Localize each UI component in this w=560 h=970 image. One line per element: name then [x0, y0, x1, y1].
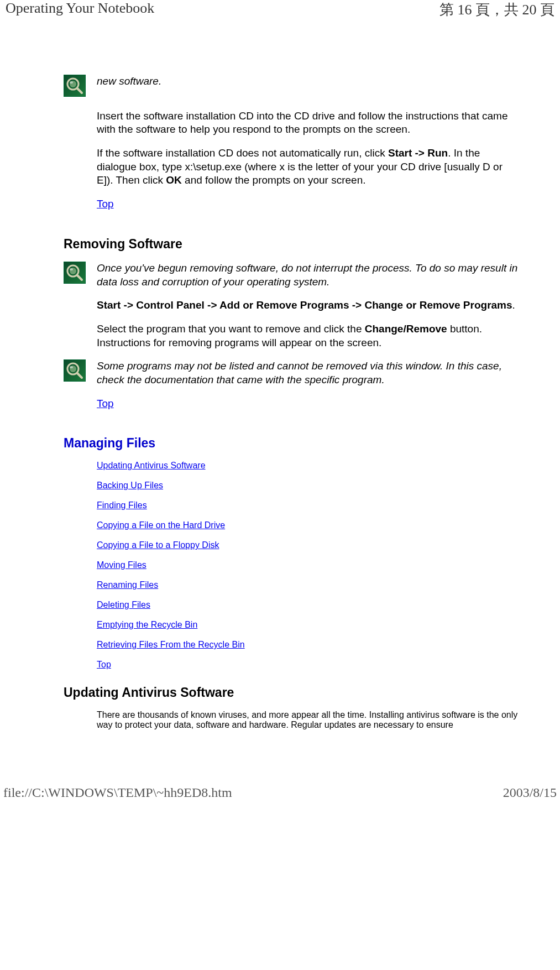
- footer-path: file://C:\WINDOWS\TEMP\~hh9ED8.htm: [3, 785, 232, 800]
- top-link[interactable]: Top: [97, 198, 114, 210]
- paragraph-change-remove: Select the program that you want to remo…: [97, 322, 519, 350]
- magnify-icon: [64, 75, 86, 97]
- paragraph-insert-cd: Insert the software installation CD into…: [97, 109, 519, 137]
- link-moving-files[interactable]: Moving Files: [97, 560, 146, 570]
- note-not-listed: Some programs may not be listed and cann…: [97, 359, 519, 387]
- magnify-icon: [64, 359, 86, 382]
- magnify-icon: [64, 262, 86, 284]
- link-updating-antivirus[interactable]: Updating Antivirus Software: [97, 461, 206, 470]
- link-deleting-files[interactable]: Deleting Files: [97, 600, 150, 609]
- heading-removing-software: Removing Software: [64, 237, 519, 252]
- link-retrieving-recycle[interactable]: Retrieving Files From the Recycle Bin: [97, 640, 245, 649]
- link-copying-hard-drive[interactable]: Copying a File on the Hard Drive: [97, 520, 225, 530]
- link-backing-up[interactable]: Backing Up Files: [97, 481, 163, 490]
- link-copying-floppy[interactable]: Copying a File to a Floppy Disk: [97, 540, 219, 550]
- link-emptying-recycle[interactable]: Emptying the Recycle Bin: [97, 620, 197, 629]
- link-finding-files[interactable]: Finding Files: [97, 500, 147, 510]
- paragraph-antivirus: There are thousands of known viruses, an…: [97, 710, 519, 730]
- page-indicator: 第 16 頁，共 20 頁: [439, 0, 554, 19]
- note-dont-interrupt: Once you've begun removing software, do …: [97, 262, 519, 289]
- heading-updating-antivirus: Updating Antivirus Software: [64, 685, 519, 700]
- top-link[interactable]: Top: [97, 660, 111, 669]
- footer-date: 2003/8/15: [503, 785, 557, 800]
- paragraph-run-setup: If the software installation CD does not…: [97, 147, 519, 187]
- paragraph-control-panel-path: Start -> Control Panel -> Add or Remove …: [97, 299, 519, 312]
- note-new-software: new software.: [97, 75, 519, 88]
- top-link[interactable]: Top: [97, 398, 114, 409]
- link-renaming-files[interactable]: Renaming Files: [97, 580, 158, 590]
- header-title: Operating Your Notebook: [6, 0, 154, 19]
- heading-managing-files: Managing Files: [64, 436, 519, 451]
